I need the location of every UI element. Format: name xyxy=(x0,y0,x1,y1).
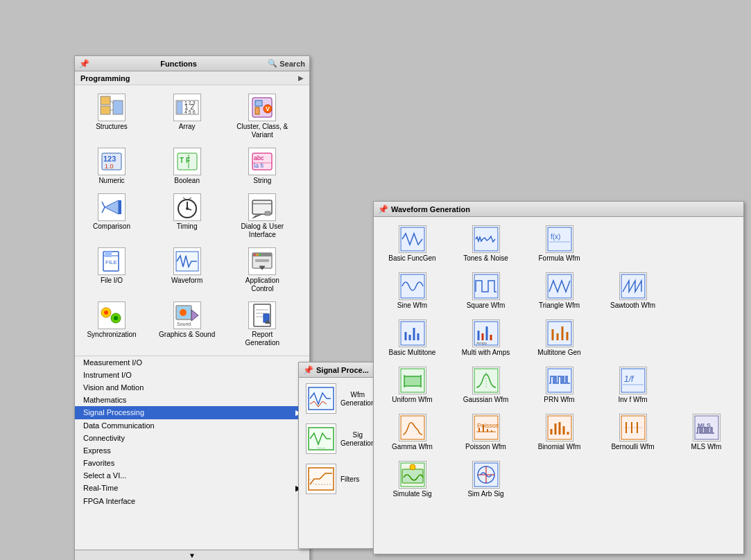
search-button[interactable]: 🔍 Search xyxy=(268,59,305,68)
icon-poisson-wfm[interactable]: Poisson Poisson Wfm xyxy=(453,411,519,454)
icon-fileio-label: File I/O xyxy=(101,277,123,285)
waveform-panel: 📌 Waveform Generation Basic FuncGen Tone… xyxy=(373,201,744,554)
icon-simulate-sig-label: Simulate Sig xyxy=(392,490,431,498)
menu-fpga[interactable]: FPGA Interface xyxy=(75,495,309,507)
svg-rect-1 xyxy=(101,106,110,114)
icon-inv-f-wfm-label: Inv f Wfm xyxy=(618,396,647,404)
svg-text:Amps: Amps xyxy=(476,341,487,345)
icon-fileio[interactable]: FILE File I/O xyxy=(80,245,143,296)
menu-select-vi[interactable]: Select a VI... xyxy=(75,469,309,482)
svg-text:1.0: 1.0 xyxy=(105,163,114,170)
icon-gaussian-wfm-label: Gaussian Wfm xyxy=(463,396,509,404)
menu-favorites[interactable]: Favorites xyxy=(75,457,309,469)
icon-sine-wfm[interactable]: Sine Wfm xyxy=(379,270,445,313)
icon-sync[interactable]: Synchronization xyxy=(80,299,143,350)
svg-text:f(x): f(x) xyxy=(551,233,560,240)
functions-menu-list: Measurement I/O Instrument I/O Vision an… xyxy=(75,356,309,507)
icon-multitone-gen[interactable]: Multitone Gen xyxy=(526,317,592,360)
icon-square-wfm[interactable]: Square Wfm xyxy=(453,270,519,313)
icon-waveform[interactable]: Waveform xyxy=(156,245,218,296)
icon-gaussian-wfm[interactable]: Gaussian Wfm xyxy=(453,364,519,407)
functions-scrollbar[interactable]: ▼ xyxy=(75,550,309,560)
scroll-down-icon[interactable]: ▼ xyxy=(189,552,196,559)
icon-tones-noise-label: Tones & Noise xyxy=(463,254,508,263)
icon-prn-wfm-label: PRN Wfm xyxy=(544,396,574,404)
icon-multitone-gen-label: Multitone Gen xyxy=(537,349,580,357)
svg-text:abc: abc xyxy=(254,155,264,161)
svg-rect-6 xyxy=(177,101,182,114)
icon-inv-f-wfm[interactable]: 1/f Inv f Wfm xyxy=(600,364,666,407)
icon-basic-multitone[interactable]: Basic Multitone xyxy=(379,317,445,360)
menu-instrument-io[interactable]: Instrument I/O xyxy=(75,369,309,381)
icon-string[interactable]: abc la fi String xyxy=(231,145,293,188)
icon-numeric[interactable]: 123 1.0 Numeric xyxy=(80,145,143,188)
menu-express[interactable]: Express xyxy=(75,444,309,457)
menu-signal-processing-label: Signal Processing xyxy=(83,408,144,417)
icon-sig-generation[interactable]: ~~~ Sig Generation xyxy=(302,421,379,458)
icon-mls-wfm-label: MLS Wfm xyxy=(691,443,722,451)
icon-bernoulli-wfm[interactable]: Bernoulli Wfm xyxy=(600,411,666,454)
menu-vision-motion[interactable]: Vision and Motion xyxy=(75,381,309,394)
icon-uniform-wfm[interactable]: Uniform Wfm xyxy=(379,364,445,407)
menu-signal-processing[interactable]: Signal Processing ▶ xyxy=(75,406,309,419)
icon-sim-arb-sig-label: Sim Arb Sig xyxy=(467,490,503,498)
menu-measurement-io[interactable]: Measurement I/O xyxy=(75,356,309,369)
icon-sim-arb-sig[interactable]: Sim Arb Sig xyxy=(453,458,519,501)
icon-formula-wfm[interactable]: f(x) Formula Wfm xyxy=(526,222,592,265)
svg-point-47 xyxy=(254,254,256,256)
icon-tones-noise[interactable]: Tones & Noise xyxy=(453,222,519,265)
menu-data-comm[interactable]: Data Communication xyxy=(75,419,309,432)
svg-text:1 2 3: 1 2 3 xyxy=(184,100,196,105)
icon-numeric-label: Numeric xyxy=(98,177,124,185)
icon-basic-funcgen-label: Basic FuncGen xyxy=(388,254,435,263)
menu-connectivity[interactable]: Connectivity xyxy=(75,432,309,444)
svg-rect-37 xyxy=(265,211,270,216)
svg-line-26 xyxy=(102,202,105,207)
icon-dialog[interactable]: Dialog & User Interface xyxy=(231,191,293,242)
icon-graphics[interactable]: Sound Graphics & Sound xyxy=(156,299,218,350)
svg-point-55 xyxy=(114,316,118,320)
icon-cluster[interactable]: V Cluster, Class, & Variant xyxy=(231,91,293,142)
svg-text:~~~: ~~~ xyxy=(317,446,325,450)
icon-prn-wfm[interactable]: PRN Wfm xyxy=(526,364,592,407)
icon-basic-funcgen[interactable]: Basic FuncGen xyxy=(379,222,445,265)
icon-poisson-wfm-label: Poisson Wfm xyxy=(465,443,506,451)
icon-dialog-label: Dialog & User Interface xyxy=(234,222,291,239)
icon-simulate-sig[interactable]: Simulate Sig xyxy=(379,458,445,501)
icon-timing-label: Timing xyxy=(177,222,198,231)
icon-report[interactable]: Report Generation xyxy=(231,299,293,350)
icon-uniform-wfm-label: Uniform Wfm xyxy=(392,396,432,404)
icon-comparison[interactable]: Comparison xyxy=(80,191,143,242)
waveform-icon-grid: Basic FuncGen Tones & Noise f(x) Formula… xyxy=(374,217,743,507)
icon-appcontrol[interactable]: Application Control xyxy=(231,245,293,296)
icon-wfm-generation-label: Wfm Generation xyxy=(340,391,374,408)
icon-gamma-wfm[interactable]: Gamma Wfm xyxy=(379,411,445,454)
menu-realtime[interactable]: Real-Time ▶ xyxy=(75,482,309,495)
svg-line-27 xyxy=(102,207,105,213)
svg-text:V: V xyxy=(266,105,270,112)
icon-timing[interactable]: Timing xyxy=(156,191,218,242)
icon-binomial-wfm[interactable]: Binomial Wfm xyxy=(526,411,592,454)
svg-text:1/f: 1/f xyxy=(624,374,635,384)
icon-multi-amps[interactable]: Amps Multi with Amps xyxy=(453,317,519,360)
icon-gamma-wfm-label: Gamma Wfm xyxy=(392,443,433,451)
icon-boolean[interactable]: T F Boolean xyxy=(156,145,218,188)
icon-triangle-wfm[interactable]: Triangle Wfm xyxy=(526,270,592,313)
icon-filters-label: Filters xyxy=(340,475,359,484)
svg-rect-12 xyxy=(255,107,259,114)
icon-filters[interactable]: Filters xyxy=(302,461,379,498)
svg-point-48 xyxy=(257,254,259,256)
icon-mls-wfm[interactable]: MLS MLS Wfm xyxy=(673,411,739,454)
functions-icon-grid: Structures 1 2 1 2 3 4 5 6 Array xyxy=(75,85,309,356)
svg-point-58 xyxy=(180,309,187,316)
icon-wfm-generation[interactable]: Wfm Generation xyxy=(302,380,379,418)
icon-structures[interactable]: Structures xyxy=(80,91,143,142)
icon-array[interactable]: 1 2 1 2 3 4 5 6 Array xyxy=(156,91,218,142)
icon-boolean-label: Boolean xyxy=(174,177,200,185)
svg-rect-2 xyxy=(113,100,123,114)
menu-mathematics[interactable]: Mathematics xyxy=(75,394,309,406)
svg-text:Sound: Sound xyxy=(177,322,191,326)
functions-title: Functions xyxy=(160,60,197,68)
signal-panel: 📌 Signal Proce... Wfm Generation ~~~ xyxy=(298,362,374,549)
icon-sawtooth-wfm[interactable]: Sawtooth Wfm xyxy=(600,270,666,313)
